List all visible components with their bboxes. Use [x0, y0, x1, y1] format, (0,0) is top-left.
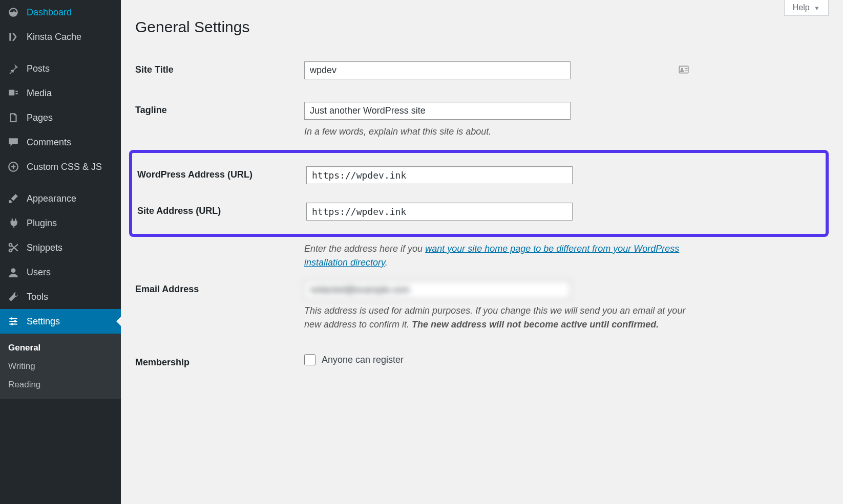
row-site-title: Site Title: [135, 50, 829, 91]
wrench-icon: [6, 291, 20, 303]
sidebar-item-plugins[interactable]: Plugins: [0, 211, 121, 235]
menu-separator: [0, 179, 121, 186]
submenu-item-general[interactable]: General: [0, 339, 121, 357]
label-wp-address: WordPress Address (URL): [137, 166, 306, 180]
brush-icon: [6, 192, 20, 205]
site-address-input[interactable]: [306, 203, 573, 221]
sidebar-item-label: Tools: [27, 292, 48, 302]
content-area: Help ▼ General Settings Site Title Tagli…: [121, 0, 843, 504]
page-icon: [6, 112, 20, 124]
media-icon: [6, 87, 20, 99]
sidebar-item-pages[interactable]: Pages: [0, 105, 121, 130]
tagline-description: In a few words, explain what this site i…: [304, 125, 693, 139]
sidebar-item-label: Custom CSS & JS: [27, 162, 102, 172]
row-membership: Membership Anyone can register: [135, 343, 829, 379]
scissors-icon: [6, 242, 20, 254]
submenu-item-reading[interactable]: Reading: [0, 376, 121, 394]
site-title-input[interactable]: [304, 61, 571, 79]
tagline-input[interactable]: [304, 102, 571, 120]
page-title: General Settings: [135, 18, 829, 36]
admin-sidebar: Dashboard Kinsta Cache Posts Media Pages…: [0, 0, 121, 504]
label-tagline: Tagline: [135, 102, 304, 116]
membership-checkbox-wrap[interactable]: Anyone can register: [304, 354, 693, 365]
sidebar-item-label: Settings: [27, 316, 60, 327]
sidebar-item-custom-css-js[interactable]: Custom CSS & JS: [0, 155, 121, 179]
sidebar-item-label: Appearance: [27, 193, 76, 204]
membership-checkbox[interactable]: [304, 354, 315, 365]
email-description: This address is used for admin purposes.…: [304, 304, 693, 332]
dashboard-icon: [6, 6, 20, 18]
svg-point-3: [11, 268, 16, 273]
svg-point-5: [14, 320, 16, 322]
sidebar-item-label: Pages: [27, 113, 53, 123]
sidebar-item-media[interactable]: Media: [0, 81, 121, 105]
email-input[interactable]: [304, 281, 571, 299]
settings-submenu: General Writing Reading: [0, 334, 121, 399]
svg-point-4: [11, 317, 13, 319]
menu-separator: [0, 49, 121, 56]
sliders-icon: [6, 315, 20, 327]
sidebar-item-posts[interactable]: Posts: [0, 56, 121, 81]
sidebar-item-label: Snippets: [27, 243, 62, 253]
label-site-address: Site Address (URL): [137, 203, 306, 216]
help-label: Help: [793, 3, 810, 12]
sidebar-item-comments[interactable]: Comments: [0, 130, 121, 155]
plug-icon: [6, 217, 20, 229]
label-site-title: Site Title: [135, 61, 304, 75]
sidebar-item-dashboard[interactable]: Dashboard: [0, 0, 121, 25]
settings-form: Site Title Tagline In a few words, expla…: [135, 50, 829, 379]
pin-icon: [6, 62, 20, 75]
url-highlight-box: WordPress Address (URL) Site Address (UR…: [129, 150, 829, 237]
sidebar-item-appearance[interactable]: Appearance: [0, 186, 121, 211]
site-address-description: Enter the address here if you want your …: [304, 242, 693, 270]
sidebar-item-label: Users: [27, 267, 51, 278]
comment-icon: [6, 136, 20, 148]
row-tagline: Tagline In a few words, explain what thi…: [135, 91, 829, 150]
sidebar-item-kinsta-cache[interactable]: Kinsta Cache: [0, 25, 121, 49]
chevron-down-icon: ▼: [814, 5, 820, 12]
kinsta-icon: [6, 31, 20, 43]
sidebar-item-label: Media: [27, 88, 52, 99]
sidebar-item-label: Comments: [27, 137, 71, 148]
membership-checkbox-label: Anyone can register: [322, 355, 404, 365]
user-icon: [6, 266, 20, 278]
submenu-item-writing[interactable]: Writing: [0, 357, 121, 376]
svg-point-8: [681, 68, 683, 70]
sidebar-item-label: Posts: [27, 63, 50, 74]
plus-circle-icon: [6, 161, 20, 173]
sidebar-item-label: Dashboard: [27, 7, 72, 18]
sidebar-item-snippets[interactable]: Snippets: [0, 235, 121, 260]
svg-rect-7: [679, 66, 688, 73]
sidebar-item-settings[interactable]: Settings: [0, 309, 121, 334]
sidebar-item-users[interactable]: Users: [0, 260, 121, 284]
vcard-icon: [678, 64, 689, 77]
label-email: Email Address: [135, 281, 304, 295]
row-site-address: Site Address (URL): [137, 193, 820, 230]
wp-address-input[interactable]: [306, 166, 573, 184]
row-email: Email Address This address is used for a…: [135, 270, 829, 343]
row-wp-address: WordPress Address (URL): [137, 157, 820, 193]
sidebar-item-label: Kinsta Cache: [27, 32, 81, 42]
label-membership: Membership: [135, 354, 304, 368]
sidebar-item-tools[interactable]: Tools: [0, 284, 121, 309]
help-tab[interactable]: Help ▼: [784, 0, 829, 16]
svg-point-6: [11, 323, 13, 325]
sidebar-item-label: Plugins: [27, 218, 57, 229]
